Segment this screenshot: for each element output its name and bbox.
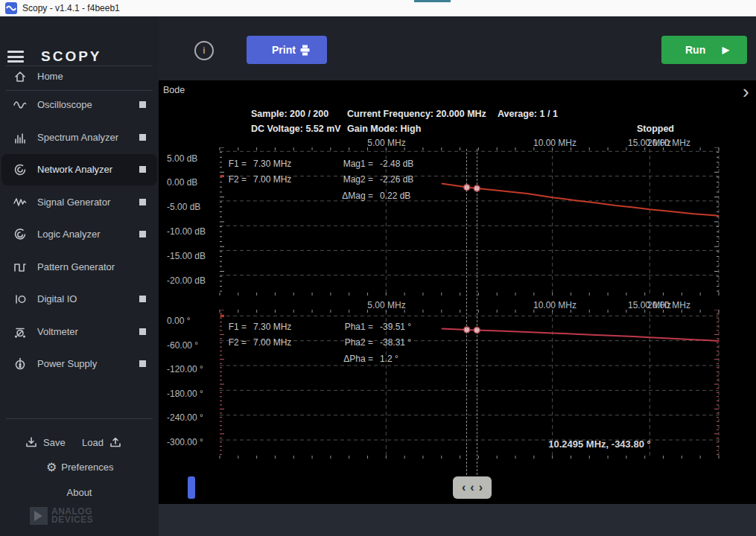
load-icon — [109, 436, 122, 449]
bode-panel: Bode › Sample: 200 / 200 Current Frequen… — [159, 80, 756, 504]
x-tick-label: 20.00 MHz — [643, 138, 695, 148]
printer-icon — [299, 45, 311, 56]
pan-handle[interactable] — [188, 476, 195, 499]
cursor-line-f2[interactable] — [466, 149, 467, 482]
current-frequency: Current Frequency: 20.000 MHz — [347, 109, 486, 119]
digital-io-icon — [13, 293, 27, 306]
pha-y-tick: -300.00 ° — [167, 437, 203, 447]
info-icon[interactable]: i — [194, 41, 214, 60]
x-tick-label: 10.00 MHz — [529, 138, 581, 148]
detach-indicator[interactable] — [139, 199, 146, 205]
oscilloscope-icon — [13, 98, 27, 112]
spectrum-analyzer-icon — [13, 131, 27, 144]
chevron-right-icon[interactable]: › — [743, 80, 749, 103]
detach-indicator[interactable] — [139, 166, 146, 173]
mouse-position-readout: 10.2495 MHz, -343.80 ° — [521, 438, 678, 450]
menu-icon[interactable] — [7, 51, 24, 63]
gear-icon: ⚙ — [46, 460, 57, 474]
mag-y-tick: 0.00 dB — [167, 177, 197, 188]
status-badge: Stopped — [637, 124, 674, 134]
sidebar-item-oscilloscope[interactable]: Oscilloscope — [1, 92, 157, 118]
toolbar: i Print Run ▶ — [159, 16, 756, 80]
mag-cursor-value-readout: Mag1 =-2.48 dB Mag2 =-2.26 dB ΔMag =0.22… — [337, 156, 413, 204]
print-button[interactable]: Print — [247, 36, 327, 64]
sidebar: SCOPY Home Oscilloscope Spectrum Analyze… — [0, 16, 159, 536]
gain-mode: Gain Mode: High — [347, 124, 421, 134]
dc-voltage: DC Voltage: 5.52 mV — [251, 124, 341, 134]
mag-y-tick: 5.00 dB — [167, 153, 197, 164]
pha-y-tick: -180.00 ° — [167, 389, 203, 399]
pha-y-tick: -120.00 ° — [167, 364, 203, 374]
signal-generator-icon — [13, 196, 27, 209]
sidebar-item-spectrum-analyzer[interactable]: Spectrum Analyzer — [1, 125, 157, 150]
mag-y-tick: -5.00 dB — [167, 202, 200, 212]
average-count: Average: 1 / 1 — [498, 109, 558, 119]
pha-y-tick: -60.00 ° — [167, 340, 198, 351]
pattern-generator-icon — [13, 261, 27, 274]
chevron-left-icon[interactable]: ‹ — [468, 477, 476, 498]
analog-devices-logo: ANALOGDEVICES — [30, 507, 134, 526]
bottom-strip — [159, 504, 756, 536]
sidebar-item-voltmeter[interactable]: Voltmeter — [1, 319, 157, 345]
save-icon — [25, 436, 38, 449]
detach-indicator[interactable] — [139, 296, 146, 302]
run-button[interactable]: Run ▶ — [661, 36, 747, 64]
sidebar-item-network-analyzer[interactable]: Network Analyzer — [1, 154, 157, 185]
sidebar-item-home[interactable]: Home — [1, 64, 157, 89]
sidebar-item-logic-analyzer[interactable]: Logic Analyzer — [1, 222, 157, 247]
mag-y-tick: -10.00 dB — [167, 226, 206, 237]
panel-title-bode[interactable]: Bode — [163, 85, 185, 95]
sidebar-item-power-supply[interactable]: Power Supply — [1, 351, 157, 377]
detach-indicator[interactable] — [139, 328, 146, 335]
app-window-icon — [5, 2, 17, 14]
pha-y-tick: -240.00 ° — [167, 412, 203, 423]
detach-indicator[interactable] — [139, 231, 146, 237]
save-button[interactable]: Save — [25, 436, 66, 449]
sidebar-item-digital-io[interactable]: Digital IO — [1, 287, 157, 312]
title-bar: Scopy - v1.4.1 - f4beeb1 — [0, 0, 756, 17]
cursor-line-f1[interactable] — [477, 149, 477, 482]
logic-analyzer-icon — [13, 228, 27, 241]
mag-cursor-freq-readout: F1 =7.30 MHz F2 =7.00 MHz — [224, 156, 291, 188]
pha-cursor-freq-readout: F1 =7.30 MHz F2 =7.00 MHz — [224, 319, 291, 351]
chevron-left-icon[interactable]: ‹ — [460, 477, 468, 498]
sidebar-item-pattern-generator[interactable]: Pattern Generator — [1, 255, 157, 280]
x-tick-label: 5.00 MHz — [360, 300, 413, 310]
x-tick-label: 5.00 MHz — [360, 138, 413, 148]
app-window: Scopy - v1.4.1 - f4beeb1 SCOPY Home Osci… — [0, 0, 756, 536]
sidebar-item-signal-generator[interactable]: Signal Generator — [1, 190, 157, 215]
divider — [6, 90, 153, 91]
adi-triangle-icon — [30, 507, 48, 525]
scopy-logo: SCOPY — [41, 48, 102, 65]
home-icon — [13, 70, 27, 83]
sample-count: Sample: 200 / 200 — [251, 109, 328, 119]
mag-y-tick: -20.00 dB — [167, 275, 206, 286]
divider — [6, 418, 153, 419]
mag-y-tick: -15.00 dB — [167, 251, 206, 261]
window-title: Scopy - v1.4.1 - f4beeb1 — [22, 3, 120, 13]
voltmeter-icon — [13, 325, 27, 339]
pha-cursor-value-readout: Pha1 =-39.51 ° Pha2 =-38.31 ° ΔPha =1.2 … — [337, 319, 411, 367]
load-button[interactable]: Load — [82, 436, 122, 449]
x-tick-label: 20.00 MHz — [643, 300, 695, 310]
about-link[interactable]: About — [0, 487, 159, 498]
titlebar-accent-strip — [414, 0, 451, 2]
cursor-nav-buttons[interactable]: ‹ ‹ › — [453, 476, 492, 499]
preferences-button[interactable]: ⚙ Preferences — [46, 460, 113, 474]
network-analyzer-icon — [13, 163, 27, 176]
detach-indicator[interactable] — [139, 360, 146, 367]
detach-indicator[interactable] — [139, 134, 146, 141]
detach-indicator[interactable] — [139, 101, 146, 108]
pha-y-tick: 0.00 ° — [167, 316, 191, 326]
play-icon: ▶ — [722, 45, 729, 55]
chevron-right-icon[interactable]: › — [477, 477, 485, 498]
x-tick-label: 10.00 MHz — [529, 300, 581, 310]
power-supply-icon — [13, 357, 27, 371]
